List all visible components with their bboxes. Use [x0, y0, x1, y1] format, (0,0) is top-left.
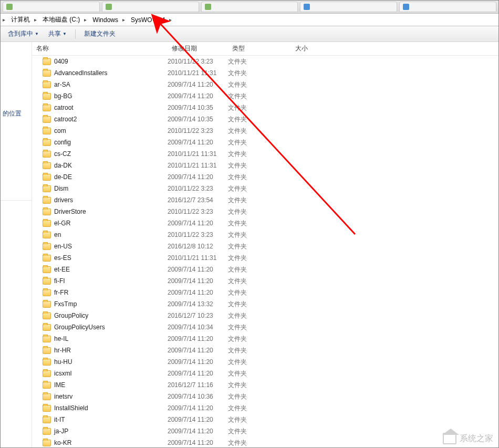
- table-row[interactable]: hu-HU2009/7/14 11:20文件夹: [32, 356, 498, 368]
- file-name: icsxml: [54, 370, 71, 377]
- toolbar-label: 共享: [48, 29, 61, 38]
- table-row[interactable]: hr-HR2009/7/14 11:20文件夹: [32, 345, 498, 356]
- table-row[interactable]: IME2016/12/7 11:16文件夹: [32, 379, 498, 391]
- breadcrumb-computer[interactable]: 计算机: [7, 14, 32, 26]
- share-button[interactable]: 共享 ▼: [44, 28, 71, 40]
- file-date: 2009/7/14 11:20: [168, 81, 228, 88]
- file-date: 2009/7/14 10:34: [168, 324, 228, 331]
- file-name: de-DE: [54, 173, 72, 181]
- tab-1[interactable]: [3, 2, 100, 12]
- table-row[interactable]: de-DE2009/7/14 11:20文件夹: [32, 171, 498, 183]
- file-type: 文件夹: [228, 265, 291, 274]
- chevron-right-icon[interactable]: ▸: [82, 17, 88, 23]
- table-row[interactable]: ja-JP2009/7/14 11:20文件夹: [32, 425, 498, 437]
- include-in-library-button[interactable]: 含到库中 ▼: [4, 28, 43, 40]
- file-name: com: [54, 127, 66, 134]
- breadcrumb-drive-c[interactable]: 本地磁盘 (C:): [38, 14, 82, 26]
- folder-icon: [43, 266, 51, 273]
- table-row[interactable]: es-ES2010/11/21 11:31文件夹: [32, 252, 498, 264]
- file-type: 文件夹: [228, 207, 291, 216]
- folder-icon: [43, 370, 51, 377]
- table-row[interactable]: config2009/7/14 11:20文件夹: [32, 137, 498, 148]
- table-row[interactable]: en-US2016/12/8 10:12文件夹: [32, 241, 498, 252]
- table-row[interactable]: 04092010/11/22 3:23文件夹: [32, 56, 498, 67]
- table-row[interactable]: cs-CZ2010/11/21 11:31文件夹: [32, 148, 498, 160]
- file-date: 2009/7/14 11:20: [168, 92, 228, 100]
- folder-icon: [43, 128, 51, 134]
- table-row[interactable]: FxsTmp2009/7/14 13:32文件夹: [32, 298, 498, 310]
- breadcrumb-windows[interactable]: Windows: [88, 14, 120, 26]
- chevron-right-icon[interactable]: ▸: [167, 17, 173, 23]
- folder-icon: [43, 416, 51, 423]
- navigation-pane[interactable]: 的位置: [1, 42, 32, 447]
- table-row[interactable]: fi-FI2009/7/14 11:20文件夹: [32, 275, 498, 287]
- folder-icon: [43, 336, 51, 342]
- tab-3[interactable]: [201, 2, 298, 12]
- folder-icon: [43, 174, 51, 181]
- column-date[interactable]: 修改日期: [168, 42, 228, 55]
- file-type: 文件夹: [228, 439, 291, 447]
- address-bar[interactable]: ▸ 计算机 ▸ 本地磁盘 (C:) ▸ Windows ▸ SysWOW64 ▸: [1, 14, 498, 26]
- tab-4[interactable]: [300, 2, 397, 12]
- file-type: 文件夹: [228, 69, 291, 78]
- chevron-right-icon[interactable]: ▸: [32, 17, 38, 23]
- tab-5[interactable]: [399, 2, 496, 12]
- separator: [75, 29, 76, 39]
- folder-icon: [43, 382, 51, 389]
- file-date: 2009/7/14 11:20: [168, 416, 228, 423]
- table-row[interactable]: et-EE2009/7/14 11:20文件夹: [32, 264, 498, 275]
- file-date: 2010/11/22 3:23: [168, 185, 228, 192]
- file-date: 2010/11/21 11:31: [168, 162, 228, 169]
- table-row[interactable]: en2010/11/22 3:23文件夹: [32, 229, 498, 241]
- chevron-right-icon[interactable]: ▸: [120, 17, 127, 23]
- file-date: 2010/11/21 11:31: [168, 69, 228, 77]
- folder-icon: [43, 243, 51, 250]
- folder-icon: [43, 255, 51, 262]
- table-row[interactable]: GroupPolicy2016/12/7 10:23文件夹: [32, 310, 498, 321]
- column-name[interactable]: 名称: [32, 42, 168, 55]
- table-row[interactable]: he-IL2009/7/14 11:20文件夹: [32, 333, 498, 345]
- file-date: 2010/11/21 11:31: [168, 150, 228, 158]
- file-name: IME: [54, 381, 65, 389]
- folder-icon: [43, 197, 51, 204]
- table-row[interactable]: bg-BG2009/7/14 11:20文件夹: [32, 90, 498, 102]
- table-row[interactable]: GroupPolicyUsers2009/7/14 10:34文件夹: [32, 321, 498, 333]
- folder-icon: [43, 209, 51, 215]
- table-row[interactable]: it-IT2009/7/14 11:20文件夹: [32, 414, 498, 425]
- table-row[interactable]: InstallShield2009/7/14 11:20文件夹: [32, 402, 498, 414]
- file-type: 文件夹: [228, 277, 291, 286]
- table-row[interactable]: ar-SA2009/7/14 11:20文件夹: [32, 79, 498, 90]
- table-row[interactable]: catroot22009/7/14 10:35文件夹: [32, 113, 498, 125]
- table-row[interactable]: DriverStore2010/11/22 3:23文件夹: [32, 206, 498, 217]
- tab-2[interactable]: [102, 2, 199, 12]
- folder-icon: [43, 162, 51, 169]
- file-type: 文件夹: [228, 369, 291, 378]
- new-folder-button[interactable]: 新建文件夹: [80, 28, 120, 40]
- file-name: ar-SA: [54, 81, 70, 88]
- table-row[interactable]: Dism2010/11/22 3:23文件夹: [32, 183, 498, 194]
- table-row[interactable]: icsxml2009/7/14 11:20文件夹: [32, 368, 498, 379]
- table-row[interactable]: da-DK2010/11/21 11:31文件夹: [32, 160, 498, 171]
- column-type[interactable]: 类型: [228, 42, 291, 55]
- folder-icon: [43, 220, 51, 227]
- table-row[interactable]: drivers2016/12/7 23:54文件夹: [32, 194, 498, 206]
- file-name: it-IT: [54, 416, 65, 423]
- table-row[interactable]: el-GR2009/7/14 11:20文件夹: [32, 217, 498, 229]
- table-row[interactable]: fr-FR2009/7/14 11:20文件夹: [32, 287, 498, 298]
- table-row[interactable]: AdvancedInstallers2010/11/21 11:31文件夹: [32, 67, 498, 79]
- folder-icon: [43, 324, 51, 331]
- toolbar-label: 新建文件夹: [84, 29, 116, 38]
- table-row[interactable]: ko-KR2009/7/14 11:20文件夹: [32, 437, 498, 447]
- column-size[interactable]: 大小: [291, 42, 344, 55]
- table-row[interactable]: catroot2009/7/14 10:35文件夹: [32, 102, 498, 113]
- file-date: 2009/7/14 11:20: [168, 358, 228, 366]
- chevron-right-icon[interactable]: ▸: [1, 17, 7, 23]
- file-type: 文件夹: [228, 404, 291, 413]
- table-row[interactable]: com2010/11/22 3:23文件夹: [32, 125, 498, 137]
- breadcrumb-syswow64[interactable]: SysWOW64: [127, 14, 167, 26]
- file-date: 2010/11/22 3:23: [168, 127, 228, 134]
- file-name: hr-HR: [54, 347, 71, 354]
- folder-icon: [43, 359, 51, 366]
- file-name: bg-BG: [54, 92, 72, 100]
- table-row[interactable]: inetsrv2009/7/14 10:36文件夹: [32, 391, 498, 402]
